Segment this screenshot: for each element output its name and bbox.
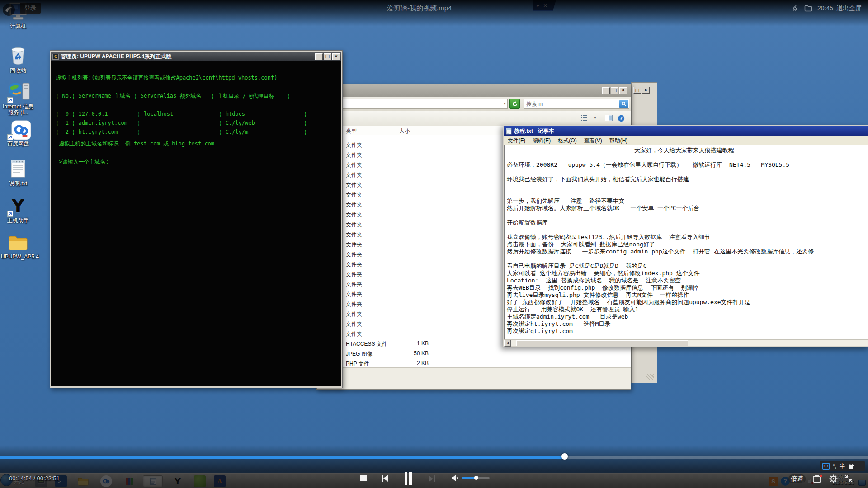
search-icon[interactable] (619, 100, 628, 108)
menu-format[interactable]: 格式(O) (554, 136, 580, 145)
minimize-button[interactable]: _ (315, 53, 323, 60)
shortcut-arrow-icon (7, 97, 13, 103)
taskbar-winrar-icon[interactable] (123, 475, 135, 487)
show-desktop-icon[interactable] (858, 480, 866, 486)
ime-punctuation[interactable]: °, (833, 463, 836, 469)
taskbar-app-a-icon[interactable]: A (214, 475, 226, 487)
pin-icon[interactable] (791, 5, 799, 14)
seek-bar[interactable] (0, 456, 868, 459)
file-type: 文件夹 (346, 211, 362, 219)
ime-width-mode[interactable]: 半 (840, 462, 845, 470)
refresh-button[interactable] (509, 99, 520, 109)
close-button[interactable]: ✕ (642, 87, 650, 94)
desktop-icon-upupw-folder[interactable]: UPUPW_AP5.4 (1, 234, 35, 260)
svg-text:?: ? (620, 116, 623, 121)
maximize-button[interactable]: □ (611, 87, 618, 94)
desktop-icon-recycle-bin[interactable]: 回收站 (1, 45, 35, 74)
ime-status-bar[interactable]: 中 °, 半 (820, 461, 865, 471)
snapshot-icon[interactable] (812, 474, 822, 485)
stop-button[interactable] (360, 475, 367, 481)
folder-icon (8, 234, 28, 251)
file-row[interactable]: JPEG 图像 50 KB (317, 349, 631, 359)
taskbar-explorer-icon[interactable] (77, 475, 89, 487)
file-type: 文件夹 (346, 191, 362, 199)
file-type: PHP 文件 (346, 360, 369, 367)
menu-file[interactable]: 文件(F) (504, 136, 529, 145)
file-type: 文件夹 (346, 231, 362, 239)
previous-button[interactable] (381, 474, 389, 484)
playback-speed-button[interactable]: 倍速 (788, 474, 806, 483)
preview-pane-icon[interactable] (605, 115, 613, 123)
taskbar-notepad-button-active[interactable] (143, 475, 163, 487)
taskbar-baidu-netdisk-icon[interactable] (100, 475, 112, 487)
pause-button[interactable] (404, 472, 413, 487)
file-type: 文件夹 (346, 181, 362, 189)
close-icon[interactable]: ✕ (543, 3, 547, 9)
folder-icon[interactable] (804, 5, 812, 14)
text-file-icon (10, 159, 26, 178)
column-header-size[interactable]: 大小 (399, 127, 410, 135)
desktop-icon-host-assistant[interactable]: Y 主机助手 (1, 197, 35, 224)
notepad-text-area[interactable]: 大家好，今天给大家带来天痕搭建教程必备环境：2008R2 upupw 5.4（一… (504, 145, 868, 339)
volume-handle[interactable] (474, 476, 478, 480)
menu-edit[interactable]: 编辑(E) (529, 136, 554, 145)
ime-mode-icon[interactable]: 中 (822, 463, 830, 470)
scrollbar-thumb[interactable] (516, 340, 688, 346)
console-output[interactable]: 虚拟主机列表:(如列表显示不全请直接查看或修改Apache2\conf\http… (51, 61, 341, 386)
file-size: 2 KB (371, 360, 429, 366)
desktop-icon-readme-txt[interactable]: 说明.txt (1, 159, 35, 187)
minimize-button[interactable]: _ (602, 87, 610, 94)
help-icon[interactable]: ? (618, 115, 625, 124)
list-view-icon[interactable] (580, 115, 588, 123)
console-title-bar[interactable]: C 管理员: UPUPW APACHE PHP5.4系列正式版 _ □ ✕ (51, 52, 341, 61)
file-type: 文件夹 (346, 281, 362, 288)
shortcut-arrow-icon (7, 211, 13, 217)
address-field[interactable]: ▾ (325, 99, 508, 109)
desktop-icon-iis[interactable]: Internet 信息服务 (I... (1, 80, 35, 116)
notepad-icon (506, 128, 512, 135)
notepad-title-bar[interactable]: 教程.txt - 记事本 (504, 126, 868, 136)
close-button[interactable]: ✕ (332, 53, 340, 60)
maximize-button[interactable]: □ (324, 53, 331, 60)
explorer-title-bar[interactable]: _ □ ✕ (317, 84, 631, 97)
desktop-icon-label: 回收站 (1, 68, 35, 74)
floating-mini-panel[interactable]: ⌐ ✕ (533, 0, 556, 11)
file-type: JPEG 图像 (346, 350, 373, 358)
settings-gear-icon[interactable] (829, 474, 838, 485)
chevron-down-icon[interactable]: ▾ (594, 115, 596, 120)
shortcut-arrow-icon (7, 134, 13, 140)
search-box[interactable] (524, 99, 629, 109)
elapsed-time: 00:14:54 / 00:22:51 (9, 475, 60, 482)
tray-sogou-icon[interactable]: S (769, 477, 778, 486)
close-button[interactable]: ✕ (619, 87, 627, 94)
exit-fullscreen-button[interactable]: 退出全屏 (836, 5, 862, 13)
vhost-table: 虚拟主机列表:(如列表显示不全请直接查看或修改Apache2\conf\http… (56, 73, 311, 145)
desktop-icon-baidu-netdisk[interactable]: 百度网盘 (1, 120, 35, 147)
taskbar-host-assistant-icon[interactable]: Y (172, 475, 184, 487)
desktop-icon-label: 计算机 (1, 23, 35, 29)
panel-glyph-icon: ⌐ (537, 3, 539, 8)
login-button[interactable]: 登录 (20, 3, 41, 14)
maximize-button[interactable]: □ (633, 87, 641, 94)
file-type: 文件夹 (346, 320, 362, 328)
desktop-icon-label: UPUPW_AP5.4 (1, 254, 35, 260)
horizontal-scrollbar[interactable]: ◀ (504, 339, 868, 346)
baidu-netdisk-icon (11, 120, 31, 140)
volume-icon[interactable] (451, 474, 459, 484)
ime-skin-shirt-icon[interactable] (848, 464, 854, 469)
taskbar-navicat-icon[interactable] (194, 475, 206, 487)
chevron-down-icon[interactable]: ▾ (504, 101, 506, 106)
resize-grip[interactable] (646, 374, 654, 380)
console-window: C 管理员: UPUPW APACHE PHP5.4系列正式版 _ □ ✕ 虚拟… (50, 50, 343, 388)
column-header-type[interactable]: 类型 (346, 127, 357, 135)
menu-view[interactable]: 查看(V) (580, 136, 606, 145)
console-icon: C (52, 54, 59, 60)
next-button[interactable] (428, 475, 436, 484)
file-row[interactable]: PHP 文件 2 KB (317, 359, 631, 367)
shrink-exit-fullscreen-icon[interactable] (844, 474, 854, 485)
seek-handle[interactable] (561, 453, 568, 460)
scroll-left-icon[interactable]: ◀ (504, 340, 511, 347)
menu-help[interactable]: 帮助(H) (606, 136, 632, 145)
file-type: 文件夹 (346, 241, 362, 249)
search-input[interactable] (524, 101, 619, 107)
